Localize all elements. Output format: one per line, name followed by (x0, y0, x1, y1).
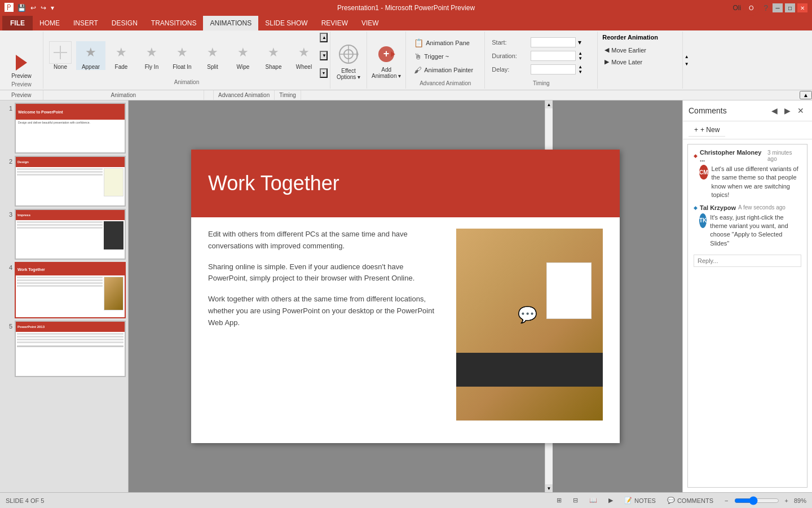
undo-button[interactable]: ↩ (29, 3, 38, 13)
delay-spinner[interactable]: ▲▼ (578, 64, 582, 75)
animation-scroll-more[interactable]: ▾ (320, 68, 328, 78)
tab-slideshow[interactable]: SLIDE SHOW (258, 16, 314, 30)
slide-thumbnail-2[interactable]: 2 Design (2, 156, 126, 207)
comments-nav-next[interactable]: ▶ (782, 105, 793, 116)
slide-show-button[interactable]: ▶ (605, 496, 616, 505)
animation-float-in[interactable]: ★ Float In (167, 41, 197, 70)
split-icon: ★ (201, 41, 224, 64)
slide-5-title: PowerPoint 2013 (17, 325, 45, 329)
slide-sorter-button[interactable]: ⊟ (570, 496, 581, 505)
zoom-slider[interactable] (734, 496, 779, 505)
slide-2-line-1 (17, 168, 103, 170)
tab-animations[interactable]: ANIMATIONS (203, 16, 258, 30)
delay-input[interactable] (531, 64, 576, 75)
ribbon-labels-bar: Preview Animation Advanced Animation Tim… (0, 90, 812, 100)
comments-header: Comments ◀ ▶ ✕ (683, 100, 812, 121)
animation-wipe[interactable]: ★ Wipe (228, 41, 258, 70)
zoom-out-button[interactable]: − (721, 496, 731, 505)
effect-options-group[interactable]: EffectOptions ▾ (330, 32, 367, 89)
preview-button[interactable]: Preview (5, 51, 38, 80)
scroll-arrow-up[interactable]: ▲ (545, 100, 553, 108)
slide-thumbnail-5[interactable]: 5 PowerPoint 2013 (2, 321, 126, 377)
slide-thumbnail-4[interactable]: 4 Work Together (2, 262, 126, 318)
animation-shape[interactable]: ★ Shape (259, 41, 288, 70)
animation-fade[interactable]: ★ Fade (107, 41, 136, 70)
status-left: SLIDE 4 OF 5 (6, 497, 44, 504)
window-title: Presentation1 - Microsoft PowerPoint Pre… (337, 4, 475, 12)
duration-spinner-up[interactable]: ▲▼ (578, 51, 582, 61)
reply-input[interactable] (694, 255, 801, 267)
animation-scroll-down[interactable]: ▼ (320, 51, 328, 60)
move-later-button[interactable]: ▶ Move Later (602, 57, 678, 67)
float-in-icon: ★ (171, 41, 193, 64)
move-later-label: Move Later (611, 59, 642, 65)
tab-transitions[interactable]: TRANSITIONS (144, 16, 204, 30)
trigger-button[interactable]: 🖱 Trigger ~ (411, 51, 480, 62)
animation-group-label: Animation (46, 79, 328, 85)
slide-5-body (16, 332, 125, 348)
slide-canvas: Work Together Edit with others from diff… (191, 150, 620, 443)
comment-body-2: TK It's easy, just right-click the theme… (694, 213, 801, 248)
effect-options-label: EffectOptions ▾ (337, 68, 360, 80)
scroll-arrow-down[interactable]: ▼ (545, 484, 553, 492)
new-comment-button[interactable]: + + New (689, 124, 725, 137)
start-input[interactable] (531, 37, 576, 47)
slide-4-header: Work Together (16, 263, 125, 275)
zoom-in-button[interactable]: + (782, 496, 792, 505)
wipe-label: Wipe (237, 64, 250, 70)
animation-label-bar: Animation (43, 90, 204, 100)
move-earlier-button[interactable]: ◀ Move Earlier (602, 45, 678, 55)
close-button[interactable]: ✕ (797, 3, 807, 12)
slide-4-line-4 (17, 285, 103, 287)
slide-3-line-2 (17, 224, 103, 226)
tab-home[interactable]: HOME (33, 16, 67, 30)
slide-1-header: Welcome to PowerPoint (16, 104, 125, 120)
ribbon-tabs: FILE HOME INSERT DESIGN TRANSITIONS ANIM… (0, 16, 812, 30)
ribbon-scroll-down[interactable]: ▼ (683, 60, 690, 68)
main-area: 1 Welcome to PowerPoint Design and deliv… (0, 100, 812, 492)
customize-qat-button[interactable]: ▾ (49, 3, 56, 13)
maximize-button[interactable]: □ (785, 3, 795, 12)
appear-star (85, 45, 96, 60)
ribbon-group-preview: Preview Preview (0, 32, 43, 89)
slide-2-line-3 (17, 174, 103, 176)
comment-mark-2: ◆ (694, 205, 698, 211)
reading-view-button[interactable]: 📖 (586, 496, 601, 505)
timing-start-row: Start: ▾ (492, 37, 590, 47)
timing-label: Timing (492, 80, 590, 86)
comments-close-button[interactable]: ✕ (795, 105, 806, 116)
animation-appear[interactable]: Appear (76, 41, 105, 70)
save-button[interactable]: 💾 (16, 3, 28, 13)
notes-button[interactable]: 📝 NOTES (621, 496, 659, 505)
normal-view-button[interactable]: ⊞ (553, 496, 565, 505)
comments-panel: Comments ◀ ▶ ✕ + + New ◆ Christopher Mal… (682, 100, 812, 492)
help-button[interactable]: ? (764, 3, 768, 12)
animation-painter-button[interactable]: 🖌 Animation Painter (411, 64, 480, 76)
animation-none[interactable]: None (46, 41, 75, 70)
animation-fly-in[interactable]: ★ Fly In (137, 41, 166, 70)
animation-scroll-up[interactable]: ▲ (320, 33, 328, 42)
tab-design[interactable]: DESIGN (105, 16, 144, 30)
animation-wheel[interactable]: ★ Wheel (289, 41, 319, 70)
ribbon-scroll-up[interactable]: ▲ (683, 53, 690, 60)
slide-2-body (16, 167, 125, 198)
comments-status-button[interactable]: 💬 COMMENTS (664, 496, 717, 505)
expand-ribbon-button[interactable]: ▲ (800, 91, 812, 99)
redo-button[interactable]: ↪ (39, 3, 48, 13)
tab-insert[interactable]: INSERT (67, 16, 105, 30)
add-animation-group[interactable]: + AddAnimation ▾ (367, 32, 406, 89)
animation-split[interactable]: ★ Split (198, 41, 227, 70)
tab-review[interactable]: REVIEW (315, 16, 355, 30)
slide-1-body: Design and deliver beautiful presentatio… (16, 120, 125, 126)
tab-view[interactable]: VIEW (355, 16, 386, 30)
animation-pane-button[interactable]: 📋 Animation Pane (411, 37, 480, 49)
duration-input[interactable] (531, 51, 576, 61)
slide-3-line-1 (17, 221, 103, 223)
minimize-button[interactable]: ─ (773, 3, 783, 12)
comments-nav-prev[interactable]: ◀ (769, 105, 780, 116)
preview-group-label: Preview (11, 81, 32, 87)
start-dropdown-icon[interactable]: ▾ (578, 38, 581, 46)
slide-thumbnail-1[interactable]: 1 Welcome to PowerPoint Design and deliv… (2, 103, 126, 154)
slide-thumbnail-3[interactable]: 3 Impress (2, 209, 126, 260)
tab-file[interactable]: FILE (2, 16, 33, 30)
